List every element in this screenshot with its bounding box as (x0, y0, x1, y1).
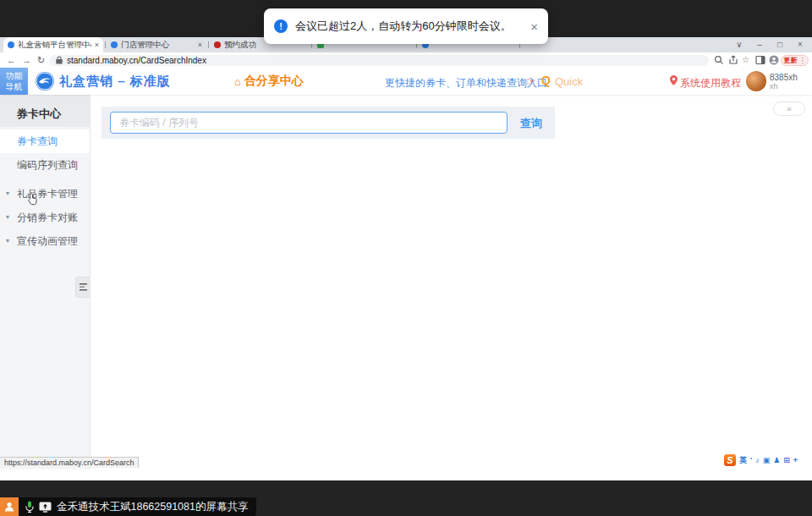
user-subname: xh (770, 82, 778, 91)
tab-close-icon[interactable]: × (95, 41, 99, 49)
list-icon (80, 283, 87, 291)
sidebar-collapse-handle[interactable] (75, 277, 90, 298)
function-nav-button[interactable]: 功能 导航 (0, 68, 28, 95)
screen-share-desktop: 礼盒营销平台管理中心 × 门店管理中心 × 预约成功 (0, 0, 812, 516)
card-search-panel: 查询 (102, 107, 555, 139)
update-label: 更新 (784, 56, 798, 65)
house-icon: ⌂ (234, 75, 241, 88)
sogou-logo-icon[interactable]: S (724, 454, 736, 466)
tab-store-admin[interactable]: 门店管理中心 × (107, 37, 206, 52)
window-close-icon[interactable]: × (790, 37, 810, 52)
zoom-icon[interactable] (714, 55, 724, 65)
page-content: 券卡中心 券卡查询 编码序列查询 ▾ 礼品券卡管理 ▾ 分销券卡对账 (0, 95, 812, 469)
share-center-label: 合分享中心 (244, 74, 304, 89)
status-url-tooltip: https://standard.maboy.cn/CardSearch (0, 457, 139, 468)
desktop-bottom-strip: 金禾通技术王斌18662591081的屏幕共享 (0, 480, 812, 516)
reload-icon[interactable]: ↻ (37, 53, 45, 67)
ime-punct-icon[interactable]: ' (750, 456, 752, 464)
pointing-finger-icon: ☞ (526, 75, 536, 88)
sidebar-item-distribution-reconciliation[interactable]: ▾ 分销券卡对账 (0, 206, 90, 229)
more-menu-icon[interactable]: ⋮ (799, 57, 806, 64)
ime-emoji-icon[interactable]: ▣ (763, 456, 771, 464)
sidebar-item-card-search[interactable]: 券卡查询 (0, 129, 90, 153)
mouse-cursor (28, 193, 38, 206)
tab-close-icon[interactable]: × (198, 41, 202, 49)
tab-gift-marketing-admin[interactable]: 礼盒营销平台管理中心 × (3, 37, 103, 52)
window-menu-icon[interactable]: ∨ (729, 37, 749, 52)
tab-favicon-blue (8, 41, 14, 48)
screen-share-text: 金禾通技术王斌18662591081的屏幕共享 (57, 500, 248, 514)
brand-logo-icon (35, 71, 55, 91)
sidebar-item-label: 编码序列查询 (17, 159, 78, 171)
sidebar-item-promo-animation-management[interactable]: ▾ 宣传动画管理 (0, 229, 90, 253)
browser-update-button[interactable]: 更新 ⋮ (781, 55, 809, 66)
search-button[interactable]: 查询 (520, 116, 542, 131)
ime-voice-icon[interactable]: ♪ (755, 456, 760, 464)
meeting-toast: ! 会议已超过2人，自动转为60分钟限时会议。 × (264, 8, 548, 44)
ime-toolbox-icon[interactable]: + (793, 456, 798, 464)
toast-message: 会议已超过2人，自动转为60分钟限时会议。 (295, 19, 524, 34)
url-text: standard.maboy.cn/CardSearchIndex (67, 55, 206, 66)
screen-share-bar: 金禾通技术王斌18662591081的屏幕共享 (0, 497, 256, 516)
panel-expand-button[interactable]: » (773, 102, 805, 116)
forward-icon[interactable]: → (22, 53, 31, 67)
tab-label: 礼盒营销平台管理中心 (18, 40, 91, 51)
sharer-avatar[interactable] (0, 497, 19, 516)
user-avatar[interactable] (746, 71, 766, 91)
quick-search-icon[interactable]: Q (541, 74, 551, 87)
app-header: 功能 导航 礼盒营销 – 标准版 ⌂ 合分享中心 更快捷的券卡、订单和快递查询入… (0, 68, 812, 95)
main-area: 查询 » S 英 ' ♪ ▣ ♟ ⊞ + (91, 95, 812, 469)
chevron-down-icon: ▾ (6, 206, 9, 229)
app-title: 礼盒营销 – 标准版 (59, 74, 171, 90)
user-name: 8385xh (770, 73, 798, 82)
quick-label[interactable]: Quick (555, 75, 583, 88)
info-icon: ! (274, 19, 288, 33)
lock-icon (56, 56, 63, 64)
sidebar-item-code-sequence-search[interactable]: 编码序列查询 (0, 153, 90, 177)
sidebar-item-gift-card-management[interactable]: ▾ 礼品券卡管理 (0, 182, 90, 206)
sidebar-item-label: 礼品券卡管理 (17, 188, 78, 200)
window-maximize-icon[interactable]: □ (770, 37, 790, 52)
toast-close-icon[interactable]: × (530, 19, 538, 34)
sidebar-item-label: 分销券卡对账 (17, 211, 78, 223)
share-center-link[interactable]: ⌂ 合分享中心 (234, 74, 304, 89)
nav-toggle-line2: 导航 (0, 81, 28, 92)
card-code-input[interactable] (110, 112, 508, 134)
ime-grid-icon[interactable]: ⊞ (783, 456, 790, 464)
person-icon (3, 501, 15, 513)
web-page: 功能 导航 礼盒营销 – 标准版 ⌂ 合分享中心 更快捷的券卡、订单和快递查询入… (0, 68, 812, 469)
profile-icon[interactable] (769, 55, 779, 65)
system-tutorial-link[interactable]: 系统使用教程 (680, 76, 741, 91)
sidebar: 券卡中心 券卡查询 编码序列查询 ▾ 礼品券卡管理 ▾ 分销券卡对账 (0, 95, 91, 469)
nav-toggle-line1: 功能 (0, 70, 28, 81)
tab-separator (208, 41, 209, 48)
chevron-down-icon: ▾ (6, 182, 9, 206)
tab-label: 门店管理中心 (121, 40, 195, 51)
tab-favicon-blue (111, 41, 118, 48)
ime-toolbar: S 英 ' ♪ ▣ ♟ ⊞ + (724, 453, 798, 467)
quick-entry-text[interactable]: 更快捷的券卡、订单和快递查询入口 (385, 76, 547, 91)
window-minimize-icon[interactable]: – (749, 37, 770, 52)
back-icon[interactable]: ← (7, 53, 16, 67)
tab-separator (105, 41, 106, 48)
share-icon[interactable] (728, 55, 738, 65)
browser-window: 礼盒营销平台管理中心 × 门店管理中心 × 预约成功 (0, 37, 812, 480)
address-bar[interactable]: standard.maboy.cn/CardSearchIndex (49, 55, 709, 66)
sidebar-item-label: 宣传动画管理 (17, 235, 78, 247)
screen-share-pill[interactable]: 金禾通技术王斌18662591081的屏幕共享 (19, 497, 256, 516)
ime-skin-icon[interactable]: ♟ (773, 456, 780, 464)
location-pin-icon (670, 75, 678, 85)
bookmark-star-icon[interactable]: ☆ (742, 55, 752, 65)
ime-lang-icon[interactable]: 英 (739, 455, 747, 466)
browser-toolbar: ← → ↻ standard.maboy.cn/CardSearchIndex … (0, 52, 812, 68)
sidebar-title: 券卡中心 (0, 95, 90, 127)
side-panel-icon[interactable] (755, 55, 765, 65)
tab-favicon-red (214, 41, 221, 48)
microphone-icon (25, 501, 34, 513)
chevron-down-icon: ▾ (6, 229, 9, 253)
sidebar-item-label: 券卡查询 (17, 135, 58, 147)
screen-share-icon (39, 502, 52, 513)
